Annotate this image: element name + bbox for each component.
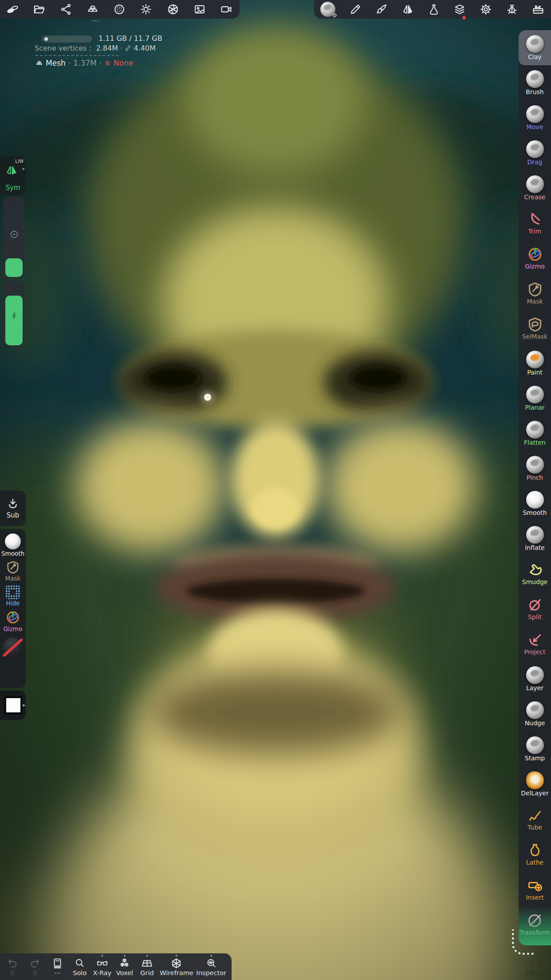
- tool-inflate[interactable]: Inflate: [519, 521, 551, 556]
- debug-bug-icon[interactable]: [506, 3, 518, 16]
- wireframe-button[interactable]: ▴ Wireframe: [160, 953, 193, 980]
- memory-bar: [42, 36, 92, 43]
- experimental-flask-icon[interactable]: [428, 3, 440, 16]
- tool-clay[interactable]: Clay: [519, 30, 551, 65]
- symmetry-button[interactable]: L/W ▸ Sym: [0, 156, 26, 195]
- brush-sphere-icon: [526, 70, 544, 88]
- tool-label: Project: [524, 649, 546, 656]
- material-disabled-swatch[interactable]: [3, 637, 23, 658]
- drag-sphere-icon: [526, 140, 544, 158]
- grid-button[interactable]: ▴ Grid: [138, 953, 157, 980]
- undo-button[interactable]: 0: [3, 953, 22, 980]
- tool-label: Tube: [527, 824, 542, 831]
- tool-selmask[interactable]: SelMask: [519, 311, 551, 346]
- tube-curve-icon: [527, 807, 543, 823]
- tool-tube[interactable]: Tube: [519, 802, 551, 837]
- stroke-pencil-icon[interactable]: [349, 3, 362, 16]
- subdivision-button[interactable]: Sub: [0, 490, 26, 526]
- background-image-icon[interactable]: [193, 3, 206, 16]
- quick-smooth-button[interactable]: Smooth: [1, 533, 24, 557]
- quick-mask-button[interactable]: Mask: [5, 560, 21, 582]
- mask-shield-icon: [527, 281, 543, 297]
- redo-button[interactable]: 0: [25, 953, 45, 980]
- pinch-sphere-icon: [526, 456, 544, 474]
- tool-project[interactable]: Project: [519, 626, 551, 661]
- caret-up-icon: ▴: [123, 952, 126, 957]
- material-ingots-icon[interactable]: [87, 3, 99, 16]
- material-gear-icon: ⚙: [332, 12, 337, 19]
- viewport-canvas[interactable]: 2.2 99%: [0, 0, 551, 980]
- move-sphere-icon: [526, 105, 544, 123]
- xray-button[interactable]: ▴ X-Ray: [92, 953, 112, 980]
- tool-label: Crease: [524, 194, 545, 201]
- inflate-sphere-icon: [526, 526, 544, 544]
- tool-transform[interactable]: Transform: [519, 907, 551, 942]
- active-color-swatch[interactable]: [4, 696, 23, 715]
- tool-nudge[interactable]: Nudge: [519, 696, 551, 731]
- solo-magnifier-icon: [74, 957, 86, 969]
- undo-arrow-icon: [7, 957, 19, 969]
- voxel-button[interactable]: ▴ Voxel: [115, 953, 134, 980]
- caret-up-icon: ▴: [101, 952, 103, 957]
- tool-stamp[interactable]: Stamp: [519, 731, 551, 767]
- nomad-logo-icon[interactable]: [6, 3, 19, 16]
- history-more-button[interactable]: ⋯: [47, 953, 67, 980]
- help-toolbox-icon[interactable]: [532, 3, 544, 16]
- tool-drag[interactable]: Drag: [519, 135, 551, 170]
- material-ball-icon[interactable]: ⚙: [320, 2, 335, 17]
- symmetry-mirror-icon[interactable]: [401, 3, 414, 16]
- tool-gizmo[interactable]: Gizmo: [519, 241, 551, 276]
- scene-vertices-line: Scene vertices： 2.84M · 4.40M: [35, 44, 156, 53]
- tool-smooth[interactable]: Smooth: [519, 486, 551, 521]
- toolbar-handle[interactable]: ⋯: [88, 18, 104, 24]
- tool-planar[interactable]: Planar: [519, 381, 551, 416]
- color-swatch-panel[interactable]: ▸: [0, 691, 26, 720]
- tool-lathe[interactable]: Lathe: [519, 837, 551, 872]
- tool-trim[interactable]: Trim: [519, 205, 551, 241]
- tool-mask[interactable]: Mask: [519, 276, 551, 311]
- dellayer-sphere-icon: [526, 771, 544, 789]
- tool-label: Smudge: [522, 579, 548, 585]
- settings-gear-icon[interactable]: [480, 3, 492, 16]
- matcap-sphere-icon[interactable]: [113, 3, 126, 16]
- camera-icon[interactable]: [220, 3, 232, 16]
- quick-tool-label: Mask: [5, 575, 21, 582]
- tool-flatten[interactable]: Flatten: [519, 416, 551, 451]
- tool-crease[interactable]: Crease: [519, 170, 551, 205]
- tool-insert[interactable]: Insert: [519, 872, 551, 907]
- quick-hide-button[interactable]: Hide: [5, 585, 20, 607]
- radius-slider[interactable]: [4, 197, 24, 279]
- tool-move[interactable]: Move: [519, 100, 551, 135]
- tool-paint[interactable]: Paint: [519, 346, 551, 381]
- files-folder-icon[interactable]: [33, 3, 45, 16]
- tool-dellayer[interactable]: DelLayer: [519, 767, 551, 802]
- painting-brush-icon[interactable]: [375, 3, 388, 16]
- mesh-info-line[interactable]: Mesh · 1.37M · None: [35, 59, 133, 67]
- quick-gizmo-button[interactable]: Gizmo: [4, 610, 23, 632]
- crease-sphere-icon: [526, 175, 544, 193]
- tool-pinch[interactable]: Pinch: [519, 451, 551, 486]
- vertices-label: Scene vertices：: [35, 44, 94, 52]
- gizmo-axes-icon: [527, 246, 543, 262]
- tool-layer[interactable]: Layer: [519, 661, 551, 696]
- stat-percent: 99%: [501, 968, 542, 977]
- separator-dot: ·: [99, 59, 102, 67]
- tool-split[interactable]: Split: [519, 591, 551, 626]
- tool-smudge[interactable]: Smudge: [519, 556, 551, 591]
- tool-label: Insert: [526, 894, 543, 901]
- layer-sphere-icon: [526, 666, 544, 684]
- tool-label: Nudge: [525, 720, 545, 727]
- tool-label: Trim: [528, 228, 542, 235]
- tool-label: Planar: [525, 404, 544, 411]
- tool-label: Drag: [527, 159, 542, 166]
- lighting-sun-icon[interactable]: [140, 3, 152, 16]
- export-share-icon[interactable]: [60, 3, 72, 16]
- postprocess-aperture-icon[interactable]: [167, 3, 179, 16]
- nudge-sphere-icon: [526, 701, 544, 719]
- strength-slider[interactable]: [4, 281, 24, 347]
- inspector-button[interactable]: ▴ Inspector: [196, 953, 226, 980]
- solo-button[interactable]: Solo: [70, 953, 90, 980]
- tool-brush[interactable]: Brush: [519, 65, 551, 100]
- planar-sphere-icon: [526, 386, 544, 403]
- layers-icon[interactable]: [453, 3, 466, 16]
